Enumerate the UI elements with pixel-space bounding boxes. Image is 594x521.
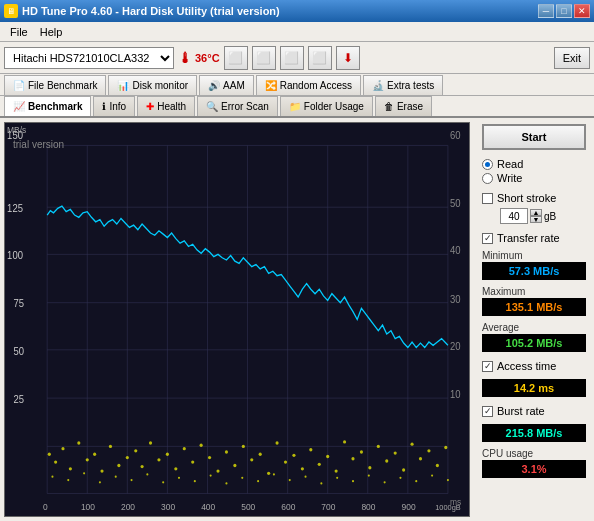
toolbar-btn-3[interactable]: ⬜ (280, 46, 304, 70)
toolbar-btn-4[interactable]: ⬜ (308, 46, 332, 70)
tab-extra-tests[interactable]: 🔬 Extra tests (363, 75, 443, 95)
minimum-value: 57.3 MB/s (482, 262, 586, 280)
svg-point-57 (141, 465, 144, 468)
tab-erase[interactable]: 🗑 Erase (375, 96, 432, 116)
access-time-option[interactable]: Access time (482, 360, 586, 372)
short-stroke-checkbox[interactable] (482, 193, 493, 204)
tab-folder-usage[interactable]: 📁 Folder Usage (280, 96, 373, 116)
svg-point-106 (241, 477, 243, 479)
drive-select[interactable]: Hitachi HDS721010CLA332 (1000 gB) (4, 47, 174, 69)
svg-text:900: 900 (402, 502, 416, 512)
svg-point-96 (83, 472, 85, 474)
tab-file-benchmark-label: File Benchmark (28, 80, 97, 91)
svg-point-66 (216, 469, 219, 472)
svg-text:200: 200 (121, 502, 135, 512)
write-label: Write (497, 172, 522, 184)
svg-point-110 (304, 476, 306, 478)
random-access-icon: 🔀 (265, 80, 277, 91)
svg-text:50: 50 (13, 346, 24, 357)
menu-file[interactable]: File (4, 24, 34, 40)
health-icon: ✚ (146, 101, 154, 112)
tab-health[interactable]: ✚ Health (137, 96, 195, 116)
close-button[interactable]: ✕ (574, 4, 590, 18)
tab-bar-bottom: 📈 Benchmark ℹ Info ✚ Health 🔍 Error Scan… (0, 96, 594, 118)
svg-text:MB/s: MB/s (7, 125, 27, 135)
maximum-section: Maximum 135.1 MB/s (482, 286, 586, 316)
svg-point-61 (174, 467, 177, 470)
svg-point-88 (402, 468, 405, 471)
svg-text:600: 600 (281, 502, 295, 512)
short-stroke-option[interactable]: Short stroke (482, 192, 586, 204)
cpu-usage-section: CPU usage 3.1% (482, 448, 586, 478)
svg-text:500: 500 (241, 502, 255, 512)
svg-text:400: 400 (201, 502, 215, 512)
svg-point-58 (149, 441, 152, 444)
svg-point-48 (69, 467, 72, 470)
burst-rate-checkbox[interactable] (482, 406, 493, 417)
gb-value[interactable]: 40 (500, 208, 528, 224)
tab-file-benchmark[interactable]: 📄 File Benchmark (4, 75, 106, 95)
burst-rate-option[interactable]: Burst rate (482, 405, 586, 417)
read-option[interactable]: Read (482, 158, 586, 170)
svg-point-85 (377, 445, 380, 448)
svg-point-97 (99, 481, 101, 483)
burst-rate-section: 215.8 MB/s (482, 423, 586, 442)
menu-help[interactable]: Help (34, 24, 69, 40)
cpu-usage-label: CPU usage (482, 448, 586, 459)
toolbar-btn-2[interactable]: ⬜ (252, 46, 276, 70)
tab-aam[interactable]: 🔊 AAM (199, 75, 254, 95)
toolbar-btn-5[interactable]: ⬇ (336, 46, 360, 70)
toolbar-btn-1[interactable]: ⬜ (224, 46, 248, 70)
transfer-rate-checkbox[interactable] (482, 233, 493, 244)
menu-bar: File Help (0, 22, 594, 42)
tab-random-access[interactable]: 🔀 Random Access (256, 75, 361, 95)
burst-rate-label: Burst rate (497, 405, 545, 417)
svg-point-84 (368, 466, 371, 469)
tab-health-label: Health (157, 101, 186, 112)
maximum-value: 135.1 MB/s (482, 298, 586, 316)
write-option[interactable]: Write (482, 172, 586, 184)
write-radio[interactable] (482, 173, 493, 184)
svg-point-117 (415, 480, 417, 482)
svg-point-73 (275, 441, 278, 444)
tab-error-scan[interactable]: 🔍 Error Scan (197, 96, 278, 116)
svg-point-56 (134, 449, 137, 452)
svg-text:300: 300 (161, 502, 175, 512)
svg-point-116 (399, 477, 401, 479)
transfer-rate-option[interactable]: Transfer rate (482, 232, 586, 244)
title-bar: 🖥 HD Tune Pro 4.60 - Hard Disk Utility (… (0, 0, 594, 22)
svg-point-67 (225, 450, 228, 453)
thermometer-icon: 🌡 (178, 50, 192, 66)
svg-point-77 (309, 448, 312, 451)
tab-bar-top: 📄 File Benchmark 📊 Disk monitor 🔊 AAM 🔀 … (0, 74, 594, 96)
minimize-button[interactable]: ─ (538, 4, 554, 18)
start-button[interactable]: Start (482, 124, 586, 150)
tab-info[interactable]: ℹ Info (93, 96, 135, 116)
read-write-options: Read Write (482, 158, 586, 184)
svg-point-103 (194, 480, 196, 482)
svg-point-113 (352, 480, 354, 482)
access-time-checkbox[interactable] (482, 361, 493, 372)
exit-button[interactable]: Exit (554, 47, 590, 69)
tab-erase-label: Erase (397, 101, 423, 112)
read-radio[interactable] (482, 159, 493, 170)
svg-point-112 (336, 477, 338, 479)
tab-disk-monitor[interactable]: 📊 Disk monitor (108, 75, 197, 95)
svg-point-115 (384, 481, 386, 483)
svg-text:10: 10 (450, 389, 461, 400)
svg-text:1000gB: 1000gB (435, 503, 460, 512)
svg-point-75 (292, 454, 295, 457)
tab-benchmark[interactable]: 📈 Benchmark (4, 96, 91, 116)
svg-point-119 (447, 479, 449, 481)
spinbox-down[interactable]: ▼ (530, 216, 542, 223)
minimum-label: Minimum (482, 250, 586, 261)
svg-point-69 (242, 445, 245, 448)
disk-monitor-icon: 📊 (117, 80, 129, 91)
svg-point-70 (250, 458, 253, 461)
svg-point-91 (427, 449, 430, 452)
svg-point-59 (157, 458, 160, 461)
maximize-button[interactable]: □ (556, 4, 572, 18)
tab-random-access-label: Random Access (280, 80, 352, 91)
spinbox-up[interactable]: ▲ (530, 209, 542, 216)
svg-text:30: 30 (450, 293, 461, 304)
